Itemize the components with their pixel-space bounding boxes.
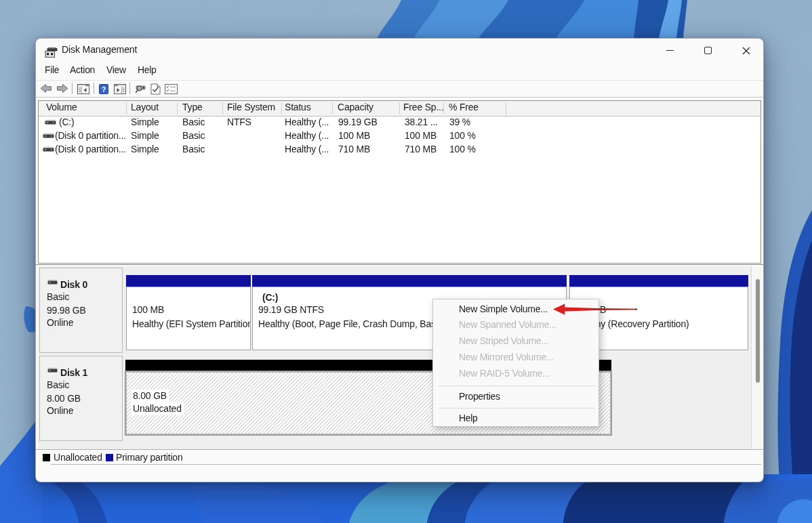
- svg-text:?: ?: [102, 85, 106, 93]
